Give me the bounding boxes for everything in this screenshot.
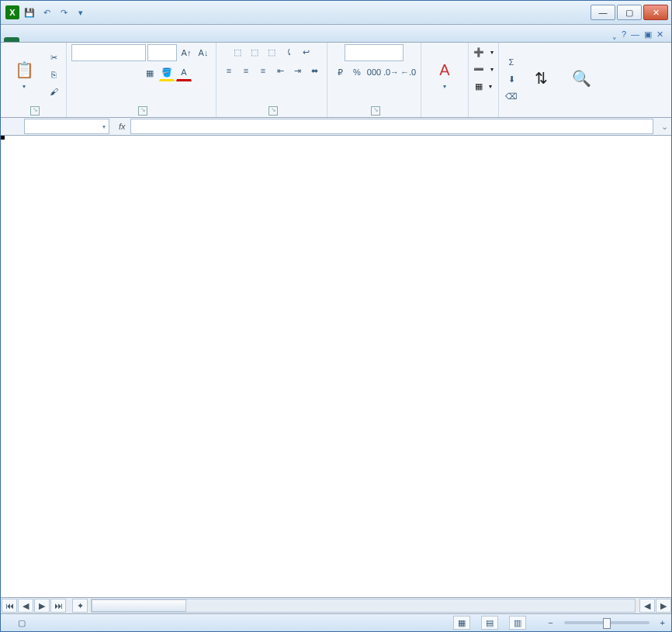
merge-icon[interactable]: ⬌	[307, 63, 322, 78]
styles-icon: A	[435, 60, 455, 80]
scroll-right-icon[interactable]: ▶	[656, 599, 671, 613]
pagebreak-view-icon[interactable]: ▥	[509, 616, 526, 630]
redo-icon[interactable]: ↷	[57, 5, 71, 19]
titlebar: X 💾 ↶ ↷ ▾ ― ▢ ✕	[1, 1, 671, 25]
group-alignment: ⬚ ⬚ ⬚ ⤹ ↩ ≡ ≡ ≡ ⇤ ⇥ ⬌ ↘	[216, 43, 327, 117]
scroll-left-icon[interactable]: ◀	[639, 599, 655, 613]
zoom-out-icon[interactable]: −	[548, 618, 552, 627]
increase-decimal-icon[interactable]: .0→	[383, 64, 399, 80]
macro-record-icon[interactable]: ▢	[18, 618, 26, 628]
dialog-launcher-icon[interactable]: ↘	[30, 106, 40, 116]
group-font: A↑ A↓ ▦ 🪣 A ↘	[67, 43, 216, 117]
dialog-launcher-icon[interactable]: ↘	[371, 106, 380, 116]
zoom-in-icon[interactable]: +	[660, 618, 665, 627]
find-select-button[interactable]: 🔍	[563, 67, 600, 92]
increase-font-icon[interactable]: A↑	[178, 45, 194, 60]
orientation-icon[interactable]: ⤹	[281, 44, 296, 60]
decrease-decimal-icon[interactable]: ←.0	[400, 64, 416, 80]
align-top-icon[interactable]: ⬚	[230, 44, 245, 60]
name-box[interactable]: ▾	[24, 119, 109, 134]
maximize-button[interactable]: ▢	[617, 5, 642, 20]
sort-filter-button[interactable]: ⇅	[522, 67, 559, 92]
delete-button[interactable]: ➖▾	[473, 61, 494, 77]
dialog-launcher-icon[interactable]: ↘	[138, 106, 147, 116]
fill-icon[interactable]: ⬇	[504, 71, 519, 87]
doc-minimize-icon[interactable]: ―	[631, 29, 639, 40]
insert-button[interactable]: ➕▾	[473, 44, 494, 60]
align-bottom-icon[interactable]: ⬚	[264, 44, 279, 60]
align-middle-icon[interactable]: ⬚	[247, 44, 262, 60]
sheet-tab-bar: ⏮ ◀ ▶ ⏭ ✦ ◀ ▶	[1, 597, 671, 613]
font-name-combo[interactable]	[71, 44, 146, 61]
expand-formula-icon[interactable]: ⌄	[658, 122, 671, 132]
file-tab[interactable]	[4, 37, 19, 42]
format-cells-icon: ▦	[475, 81, 483, 92]
layout-view-icon[interactable]: ▤	[481, 616, 498, 630]
doc-restore-icon[interactable]: ▣	[644, 29, 652, 40]
underline-button[interactable]	[125, 65, 140, 81]
delete-cells-icon: ➖	[473, 64, 484, 74]
dialog-launcher-icon[interactable]: ↘	[268, 106, 278, 116]
copy-icon[interactable]: ⎘	[46, 67, 61, 82]
doc-close-icon[interactable]: ✕	[656, 29, 663, 40]
excel-icon: X	[5, 5, 19, 19]
new-sheet-icon[interactable]: ✦	[72, 599, 88, 613]
group-clipboard: 📋 ▾ ✂ ⎘ 🖌 ↘	[1, 43, 67, 117]
fill-color-icon[interactable]: 🪣	[159, 64, 175, 81]
decrease-font-icon[interactable]: A↓	[196, 45, 211, 60]
paste-button[interactable]: 📋 ▾	[5, 58, 43, 92]
zoom-slider[interactable]	[564, 621, 649, 624]
chevron-down-icon[interactable]: ▾	[102, 123, 106, 130]
font-size-combo[interactable]	[147, 44, 177, 61]
align-center-icon[interactable]: ≡	[238, 63, 254, 78]
app-window: X 💾 ↶ ↷ ▾ ― ▢ ✕ ˬ ? ― ▣ ✕ 📋	[0, 0, 672, 632]
insert-cells-icon: ➕	[473, 47, 484, 57]
bold-button[interactable]	[91, 65, 106, 81]
group-number: ₽ % 000 .0→ ←.0 ↘	[327, 43, 421, 117]
qat-more-icon[interactable]: ▾	[74, 5, 88, 19]
number-format-combo[interactable]	[345, 44, 404, 61]
currency-icon[interactable]: ₽	[332, 64, 348, 80]
formula-input[interactable]	[130, 119, 653, 134]
align-left-icon[interactable]: ≡	[221, 63, 237, 78]
minimize-button[interactable]: ―	[591, 5, 615, 20]
fx-icon[interactable]: fx	[114, 122, 130, 131]
formula-bar: ▾ fx ⌄	[1, 118, 671, 136]
binoculars-icon: 🔍	[571, 68, 591, 88]
worksheet-grid[interactable]	[1, 136, 671, 597]
autosum-icon[interactable]: Σ	[504, 54, 519, 70]
cut-icon[interactable]: ✂	[46, 50, 61, 65]
horizontal-scrollbar[interactable]	[91, 599, 636, 613]
sheet-nav-first-icon[interactable]: ⏮	[2, 599, 17, 613]
quick-access-toolbar: X 💾 ↶ ↷ ▾	[1, 5, 92, 19]
selection-border	[1, 136, 4, 139]
group-cells: ➕▾ ➖▾ ▦▾	[469, 43, 499, 117]
percent-icon[interactable]: %	[349, 64, 365, 80]
font-color-icon[interactable]: A	[176, 64, 192, 81]
comma-icon[interactable]: 000	[366, 64, 382, 80]
ribbon-tabs: ˬ ? ― ▣ ✕	[1, 25, 671, 43]
status-bar: ▢ ▦ ▤ ▥ − +	[1, 613, 671, 631]
styles-button[interactable]: A ▾	[426, 58, 463, 92]
undo-icon[interactable]: ↶	[40, 5, 54, 19]
border-icon[interactable]: ▦	[142, 65, 158, 81]
save-icon[interactable]: 💾	[23, 5, 36, 19]
clear-icon[interactable]: ⌫	[504, 88, 519, 104]
format-button[interactable]: ▦▾	[475, 78, 492, 94]
help-icon[interactable]: ?	[622, 29, 626, 40]
decrease-indent-icon[interactable]: ⇤	[272, 63, 288, 78]
increase-indent-icon[interactable]: ⇥	[289, 63, 305, 78]
fill-handle[interactable]	[1, 136, 5, 140]
group-editing: Σ ⬇ ⌫ ⇅ 🔍	[499, 43, 604, 117]
close-button[interactable]: ✕	[643, 5, 668, 20]
sheet-nav-last-icon[interactable]: ⏭	[50, 599, 66, 613]
sheet-nav-prev-icon[interactable]: ◀	[18, 599, 33, 613]
clipboard-icon: 📋	[14, 60, 34, 80]
format-painter-icon[interactable]: 🖌	[46, 84, 61, 99]
ribbon-minimize-icon[interactable]: ˬ	[612, 29, 617, 40]
sheet-nav-next-icon[interactable]: ▶	[34, 599, 50, 613]
italic-button[interactable]	[108, 65, 123, 81]
normal-view-icon[interactable]: ▦	[453, 616, 470, 630]
wrap-text-icon[interactable]: ↩	[298, 44, 313, 60]
align-right-icon[interactable]: ≡	[255, 63, 271, 78]
